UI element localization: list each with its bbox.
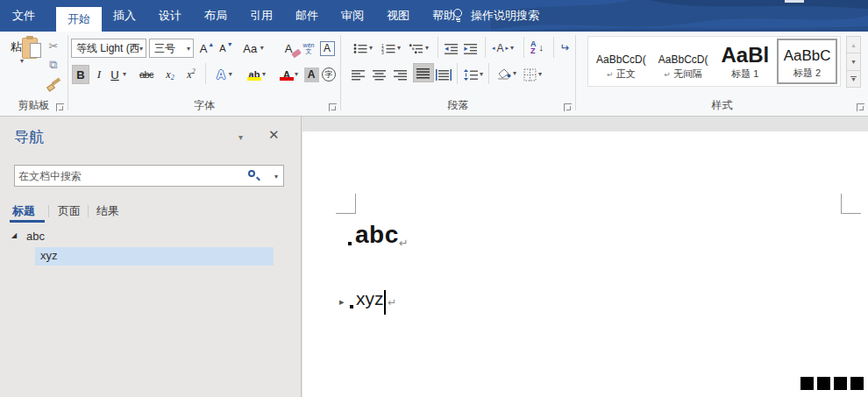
phonetic-guide-button[interactable]: wén 文: [302, 39, 316, 58]
navigation-options-icon[interactable]: ▾: [238, 132, 243, 142]
heading2-line[interactable]: ▸ xyz ↵: [302, 292, 868, 323]
tab-file[interactable]: 文件: [0, 0, 47, 32]
align-center-button[interactable]: [373, 65, 387, 84]
font-group-label: 字体: [68, 98, 340, 113]
style-heading1[interactable]: AaBl 标题 1: [715, 39, 776, 84]
styles-group-label: 样式: [576, 98, 868, 113]
decrease-indent-button[interactable]: [445, 39, 459, 58]
character-border-button[interactable]: A: [319, 39, 335, 58]
shrink-font-button[interactable]: A▼: [217, 39, 235, 58]
align-right-button[interactable]: [394, 65, 408, 84]
borders-button[interactable]: ▾: [523, 65, 542, 84]
subscript-button[interactable]: x2: [161, 65, 179, 84]
heading1-text[interactable]: abc: [355, 221, 399, 249]
copy-icon[interactable]: ⧉: [44, 57, 63, 73]
font-dialog-launcher[interactable]: [329, 103, 337, 111]
clipboard-dialog-launcher[interactable]: [56, 103, 64, 111]
multilevel-list-button[interactable]: ▾: [409, 39, 429, 58]
underline-icon: U: [110, 68, 118, 82]
align-left-button[interactable]: [352, 65, 366, 84]
styles-scroll-down[interactable]: ▼: [846, 53, 861, 70]
tab-separator: [88, 205, 89, 217]
asian-layout-button[interactable]: ◂ A ▸ ▾: [492, 39, 514, 58]
nav-heading-label: abc: [26, 230, 45, 243]
font-size-dropdown-icon[interactable]: ▾: [187, 46, 190, 53]
paragraph-group-label: 段落: [341, 98, 575, 113]
styles-more-button[interactable]: ▼: [846, 70, 861, 88]
shading-icon: [495, 67, 511, 81]
paste-button[interactable]: 粘贴 ▾: [4, 36, 39, 97]
style-heading2[interactable]: AaBbC 标题 2: [777, 39, 837, 84]
search-dropdown-icon[interactable]: ▾: [274, 173, 278, 181]
tab-design[interactable]: 设计: [147, 0, 193, 32]
tab-insert[interactable]: 插入: [102, 0, 147, 32]
lightbulb-icon: [452, 9, 464, 23]
grow-font-button[interactable]: A▲: [198, 39, 216, 58]
nav-tab-pages[interactable]: 页面: [58, 203, 81, 219]
numbering-button[interactable]: 123 ▾: [381, 39, 401, 58]
justify-button[interactable]: [413, 63, 434, 82]
styles-scroll-up[interactable]: ▲: [846, 36, 861, 53]
styles-scroll: ▲ ▼ ▼: [846, 36, 861, 87]
bullets-button[interactable]: ▾: [353, 39, 373, 58]
line-spacing-button[interactable]: ▾: [464, 65, 483, 84]
character-shading-button[interactable]: A: [303, 65, 319, 84]
text-effects-button[interactable]: A ▾: [211, 65, 238, 84]
font-color-button[interactable]: A ▾: [275, 65, 302, 84]
shading-button[interactable]: ▾: [495, 64, 516, 83]
enclose-characters-button[interactable]: 字: [321, 65, 337, 84]
clear-formatting-button[interactable]: A: [279, 39, 298, 58]
italic-button[interactable]: I: [93, 65, 105, 84]
search-icon[interactable]: [248, 170, 260, 182]
change-case-button[interactable]: Aa ▾: [240, 39, 267, 58]
tab-view[interactable]: 视图: [375, 0, 421, 32]
font-name-dropdown-icon[interactable]: ▾: [139, 46, 143, 53]
tell-me-search[interactable]: 操作说明搜索: [452, 0, 539, 32]
numbering-dropdown-icon: ▾: [397, 45, 401, 52]
underline-dropdown-icon[interactable]: ▾: [123, 71, 126, 78]
tab-layout[interactable]: 布局: [193, 0, 238, 32]
close-icon[interactable]: ✕: [268, 127, 280, 143]
heading1-bullet: [348, 242, 352, 245]
tab-review[interactable]: 审阅: [330, 0, 375, 32]
paste-dropdown-icon[interactable]: ▾: [4, 58, 39, 65]
sort-arrow: ↓: [539, 44, 544, 51]
underline-button[interactable]: U: [109, 65, 121, 84]
bold-icon: B: [76, 68, 84, 82]
sort-button[interactable]: AZ ↓: [530, 38, 544, 57]
style-normal[interactable]: AaBbCcD( ↵ 正文: [591, 39, 651, 84]
style-no-spacing[interactable]: AaBbCcD( ↵ 无间隔: [653, 39, 714, 84]
nav-heading-xyz-selected[interactable]: xyz: [35, 247, 274, 266]
paragraph-dialog-launcher[interactable]: [564, 103, 572, 111]
heading-collapse-icon[interactable]: ▸: [339, 296, 345, 308]
superscript-button[interactable]: x2: [182, 65, 200, 84]
cut-icon[interactable]: ✂: [44, 39, 63, 54]
heading2-text[interactable]: xyz: [356, 288, 384, 309]
titlebar-notch: [785, 0, 804, 3]
small-separator: [485, 37, 486, 58]
distribute-button[interactable]: [436, 65, 452, 84]
nav-tab-headings[interactable]: 标题: [12, 203, 35, 219]
show-hide-marks-button[interactable]: ↵: [559, 38, 569, 57]
tab-separator: [48, 205, 49, 217]
nav-tab-results[interactable]: 结果: [96, 203, 119, 219]
text-effects-dropdown-icon: ▾: [229, 71, 232, 78]
tab-home[interactable]: 开始: [56, 7, 102, 32]
styles-dialog-launcher[interactable]: [857, 103, 864, 111]
tab-references[interactable]: 引用: [238, 0, 284, 32]
highlight-button[interactable]: ab ▾: [242, 65, 270, 84]
font-size-combo[interactable]: 三号 ▾: [149, 39, 194, 58]
nav-heading-abc[interactable]: ◢ abc: [0, 229, 302, 246]
font-name-combo[interactable]: 等线 Light (西 ▾: [71, 39, 146, 58]
phonetic-bottom: 文: [306, 48, 312, 54]
increase-indent-button[interactable]: [464, 39, 478, 58]
collapse-triangle-icon[interactable]: ◢: [11, 231, 17, 239]
format-painter-icon[interactable]: [46, 80, 60, 92]
bold-button[interactable]: B: [72, 65, 89, 84]
bullets-icon: [353, 43, 367, 54]
align-center-icon: [373, 69, 387, 81]
tab-mailings[interactable]: 邮件: [284, 0, 330, 32]
heading1-line[interactable]: abc ↵: [302, 231, 868, 266]
search-input[interactable]: [18, 166, 238, 186]
strikethrough-button[interactable]: abc: [135, 65, 158, 84]
